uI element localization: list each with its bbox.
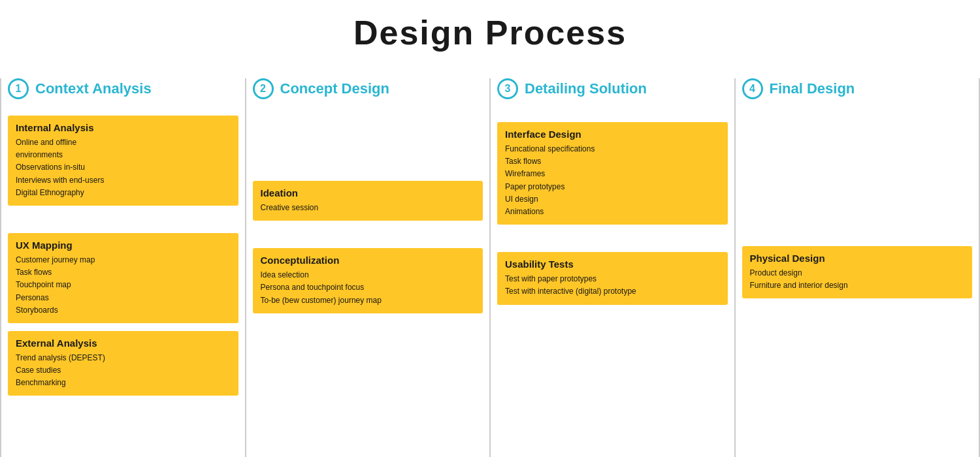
- col4-cards: Physical Design Product designFurniture …: [736, 116, 979, 298]
- col3-cards: Interface Design Funcational specificati…: [491, 116, 734, 305]
- step-circle-1: 1: [8, 78, 29, 99]
- column-3-title: Detailing Solution: [525, 80, 647, 97]
- physical-design-wrapper: Physical Design Product designFurniture …: [742, 246, 973, 298]
- page-title: Design Process: [0, 0, 980, 52]
- interface-design-card: Interface Design Funcational specificati…: [497, 122, 728, 225]
- column-1: 1 Context Analysis Internal Analysis Onl…: [0, 78, 245, 457]
- interface-design-title: Interface Design: [505, 129, 720, 140]
- column-3-header: 3 Detailing Solution: [491, 78, 734, 109]
- usability-tests-title: Usability Tests: [505, 259, 720, 270]
- page-container: { "title": "Design Process", "columns": …: [0, 0, 980, 457]
- ux-mapping-items: Customer journey mapTask flowsTouchpoint…: [16, 254, 231, 317]
- interface-design-items: Funcational specificationsTask flowsWire…: [505, 143, 720, 218]
- column-4-title: Final Design: [770, 80, 855, 97]
- conceptulization-wrapper: Conceptulization Idea selectionPersona a…: [253, 248, 483, 313]
- conceptulization-items: Idea selectionPersona and touchpoint foc…: [261, 269, 476, 307]
- conceptulization-card: Conceptulization Idea selectionPersona a…: [253, 248, 483, 313]
- physical-design-title: Physical Design: [750, 253, 965, 264]
- usability-tests-wrapper: Usability Tests Test with paper prototyp…: [497, 252, 728, 304]
- col1-cards: Internal Analysis Online and offlineenvi…: [1, 116, 245, 396]
- col1-second-cards: UX Mapping Customer journey mapTask flow…: [8, 233, 238, 396]
- external-analysis-items: Trend analysis (DEPEST)Case studiesBench…: [16, 352, 231, 390]
- step-circle-2: 2: [253, 78, 274, 99]
- physical-design-items: Product designFurniture and interior des…: [750, 267, 965, 292]
- internal-analysis-card: Internal Analysis Online and offlineenvi…: [8, 116, 238, 206]
- ideation-title: Ideation: [261, 187, 476, 198]
- columns-container: 1 Context Analysis Internal Analysis Onl…: [0, 78, 980, 457]
- column-3: 3 Detailing Solution Interface Design Fu…: [489, 78, 734, 457]
- column-1-header: 1 Context Analysis: [1, 78, 245, 109]
- column-2-header: 2 Concept Design: [246, 78, 490, 109]
- ux-mapping-title: UX Mapping: [16, 240, 231, 251]
- col2-cards: Ideation Creative session Conceptulizati…: [246, 116, 490, 313]
- ux-mapping-card: UX Mapping Customer journey mapTask flow…: [8, 233, 238, 323]
- external-analysis-card: External Analysis Trend analysis (DEPEST…: [8, 331, 238, 396]
- conceptulization-title: Conceptulization: [261, 255, 476, 266]
- internal-analysis-title: Internal Analysis: [16, 122, 231, 133]
- step-circle-3: 3: [497, 78, 518, 99]
- column-2: 2 Concept Design Ideation Creative sessi…: [245, 78, 490, 457]
- column-4-header: 4 Final Design: [736, 78, 979, 109]
- column-1-title: Context Analysis: [35, 80, 152, 97]
- physical-design-card: Physical Design Product designFurniture …: [742, 246, 973, 298]
- usability-tests-items: Test with paper prototypesTest with inte…: [505, 273, 720, 298]
- spacer: [8, 323, 238, 331]
- external-analysis-title: External Analysis: [16, 338, 231, 349]
- step-circle-4: 4: [742, 78, 763, 99]
- ideation-wrapper: Ideation Creative session: [253, 181, 483, 221]
- internal-analysis-items: Online and offlineenvironmentsObservatio…: [16, 136, 231, 199]
- ideation-card: Ideation Creative session: [253, 181, 483, 221]
- column-4: 4 Final Design Physical Design Product d…: [734, 78, 981, 457]
- interface-design-wrapper: Interface Design Funcational specificati…: [497, 122, 728, 225]
- column-2-title: Concept Design: [280, 80, 389, 97]
- usability-tests-card: Usability Tests Test with paper prototyp…: [497, 252, 728, 304]
- ideation-items: Creative session: [261, 202, 476, 214]
